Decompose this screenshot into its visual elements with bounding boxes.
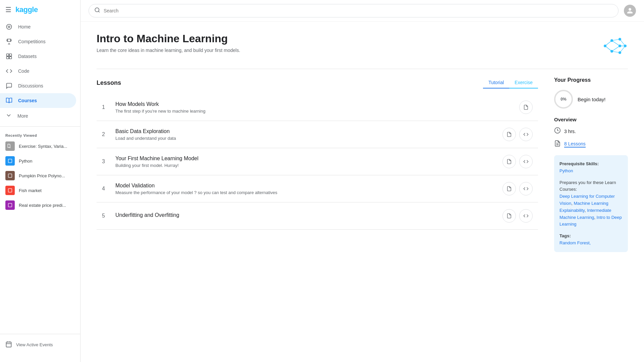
recently-viewed-label: Recently Viewed xyxy=(0,129,80,139)
course-header-text: Intro to Machine Learning Learn the core… xyxy=(97,33,240,53)
home-label: Home xyxy=(18,24,31,29)
svg-line-25 xyxy=(612,39,620,41)
search-input[interactable] xyxy=(104,8,613,13)
list-item[interactable]: Python xyxy=(0,154,80,168)
lesson-doc-btn-1[interactable] xyxy=(519,101,533,114)
prereq-skills-label: Prerequisite Skills: xyxy=(559,161,599,166)
view-active-events[interactable]: View Active Events xyxy=(5,338,75,351)
code-label: Code xyxy=(18,68,29,74)
table-row[interactable]: 5 Underfitting and Overfitting xyxy=(97,202,538,230)
svg-rect-2 xyxy=(7,54,9,56)
search-bar[interactable] xyxy=(89,4,619,17)
lesson-info-1: How Models Work The first step if you're… xyxy=(115,101,514,114)
progress-circle: 0% xyxy=(554,90,573,109)
avatar[interactable] xyxy=(624,5,636,17)
lesson-code-btn-3[interactable] xyxy=(519,155,533,168)
duration-item: 3 hrs. xyxy=(554,127,628,135)
nav-divider xyxy=(0,126,80,127)
list-item[interactable]: Pumpkin Price Polyno... xyxy=(0,168,80,183)
prereq-skills-section: Prerequisite Skills: Python xyxy=(559,161,623,175)
svg-line-28 xyxy=(612,51,620,53)
tags-label: Tags: xyxy=(559,233,571,238)
course-subtitle: Learn the core ideas in machine learning… xyxy=(97,48,240,53)
table-row[interactable]: 3 Your First Machine Learning Model Buil… xyxy=(97,148,538,175)
svg-point-14 xyxy=(95,8,99,12)
page-content: Intro to Machine Learning Learn the core… xyxy=(80,22,644,362)
lesson-doc-btn-4[interactable] xyxy=(502,182,516,195)
lesson-actions-2 xyxy=(502,128,533,141)
sidebar-item-home[interactable]: Home xyxy=(0,19,76,34)
sidebar-nav: Home Competitions Datasets Code Discussi xyxy=(0,19,80,334)
list-item[interactable]: Fish market xyxy=(0,183,80,198)
tag-random-forest[interactable]: Random Forest, xyxy=(559,240,591,245)
sidebar-item-courses[interactable]: Courses xyxy=(0,93,76,108)
calendar-icon xyxy=(5,341,12,349)
lessons-panel: Lessons Tutorial Exercise 1 How Models W… xyxy=(97,77,538,230)
home-icon xyxy=(5,23,13,30)
lesson-actions-1 xyxy=(519,101,533,114)
svg-line-23 xyxy=(605,41,612,46)
tab-exercise[interactable]: Exercise xyxy=(509,77,538,88)
sidebar-item-datasets[interactable]: Datasets xyxy=(0,49,76,64)
menu-icon[interactable]: ☰ xyxy=(5,6,11,14)
recent-thumb-2 xyxy=(5,156,15,166)
list-item[interactable]: Real estate price predi... xyxy=(0,198,80,213)
prereq-prepares-section: Prepares you for these Learn Courses: De… xyxy=(559,179,623,228)
recent-thumb-1 xyxy=(5,141,15,151)
course-header: Intro to Machine Learning Learn the core… xyxy=(97,33,628,69)
more-item[interactable]: More xyxy=(0,108,80,124)
lessons-panel-title: Lessons xyxy=(97,79,121,86)
lesson-code-btn-4[interactable] xyxy=(519,182,533,195)
sidebar-item-code[interactable]: Code xyxy=(0,64,76,78)
lesson-number-4: 4 xyxy=(102,186,110,192)
search-icon xyxy=(94,7,100,14)
lesson-actions-5 xyxy=(502,209,533,223)
lesson-info-2: Basic Data Exploration Load and understa… xyxy=(115,128,497,141)
lesson-code-btn-5[interactable] xyxy=(519,209,533,223)
lessons-count-link[interactable]: 8 Lessons xyxy=(564,141,586,147)
svg-rect-5 xyxy=(9,57,12,59)
progress-circle-wrap: 0% Begin today! xyxy=(554,90,628,109)
course-title: Intro to Machine Learning xyxy=(97,33,240,45)
sidebar: ☰ kaggle Home Competitions Datasets xyxy=(0,0,80,362)
recent-item-label-5: Real estate price predi... xyxy=(19,203,66,208)
svg-point-0 xyxy=(7,24,12,29)
main-content: Intro to Machine Learning Learn the core… xyxy=(80,0,644,362)
svg-rect-6 xyxy=(8,159,12,163)
table-row[interactable]: 1 How Models Work The first step if you'… xyxy=(97,94,538,121)
lesson-doc-btn-2[interactable] xyxy=(502,128,516,141)
sidebar-footer: View Active Events xyxy=(0,334,80,355)
tab-group: Tutorial Exercise xyxy=(483,77,538,88)
lesson-info-5: Underfitting and Overfitting xyxy=(115,212,497,220)
lessons-container: Lessons Tutorial Exercise 1 How Models W… xyxy=(97,77,628,252)
sidebar-item-competitions[interactable]: Competitions xyxy=(0,34,76,49)
lesson-name-4: Model Validation xyxy=(115,183,497,189)
lesson-desc-2: Load and understand your data xyxy=(115,136,497,141)
kaggle-logo[interactable]: kaggle xyxy=(15,5,38,14)
svg-rect-8 xyxy=(8,189,12,192)
sidebar-item-discussions[interactable]: Discussions xyxy=(0,78,76,93)
list-item[interactable]: Exercise: Syntax, Varia... xyxy=(0,139,80,154)
competitions-icon xyxy=(5,38,13,45)
lesson-doc-btn-5[interactable] xyxy=(502,209,516,223)
datasets-label: Datasets xyxy=(18,54,37,59)
recent-item-label-1: Exercise: Syntax, Varia... xyxy=(19,144,67,149)
duration-label: 3 hrs. xyxy=(564,129,576,134)
lesson-doc-btn-3[interactable] xyxy=(502,155,516,168)
tags-section: Tags: Random Forest, xyxy=(559,233,623,247)
discussions-label: Discussions xyxy=(18,83,43,88)
lesson-name-5: Underfitting and Overfitting xyxy=(115,212,497,218)
table-row[interactable]: 2 Basic Data Exploration Load and unders… xyxy=(97,121,538,148)
prereq-python-link[interactable]: Python xyxy=(559,168,573,173)
recent-item-label-2: Python xyxy=(19,159,32,164)
svg-line-24 xyxy=(605,46,612,51)
lesson-name-2: Basic Data Exploration xyxy=(115,128,497,134)
lesson-code-btn-2[interactable] xyxy=(519,128,533,141)
lessons-count-item: 8 Lessons xyxy=(554,140,628,148)
tab-tutorial[interactable]: Tutorial xyxy=(483,77,509,88)
recent-thumb-4 xyxy=(5,186,15,195)
svg-rect-9 xyxy=(8,203,12,207)
table-row[interactable]: 4 Model Validation Measure the performan… xyxy=(97,175,538,202)
lesson-info-3: Your First Machine Learning Model Buildi… xyxy=(115,156,497,168)
svg-point-1 xyxy=(8,26,10,28)
